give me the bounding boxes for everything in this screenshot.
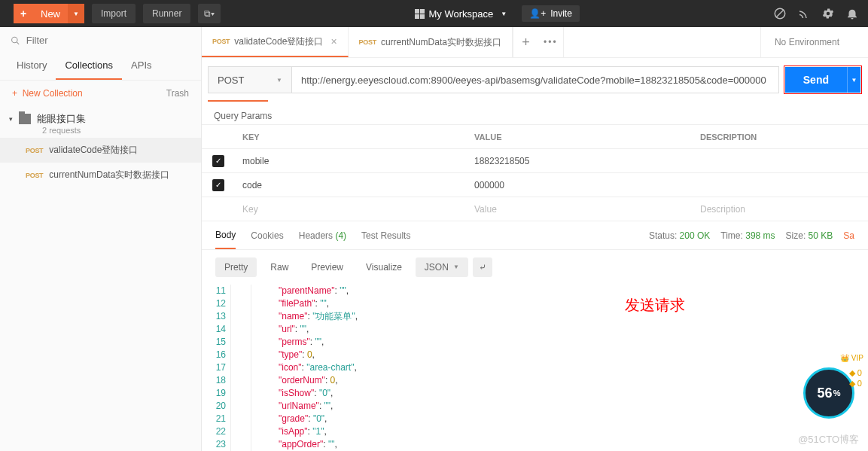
col-value: VALUE (467, 133, 693, 142)
resp-tab-body[interactable]: Body (215, 222, 236, 249)
url-input[interactable]: http://energy.eeyescloud.com:8900/eeyes-… (292, 66, 779, 93)
table-header: KEY VALUE DESCRIPTION (202, 125, 868, 149)
view-raw[interactable]: Raw (261, 257, 297, 277)
folder-icon (19, 114, 31, 124)
resp-tab-headers[interactable]: Headers (4) (299, 230, 346, 241)
wrap-icon[interactable]: ⤶ (473, 257, 492, 277)
workspace-dropdown[interactable]: My Workspace ▼ (415, 8, 507, 20)
cell-key[interactable]: code (235, 180, 467, 190)
new-button-label: New (33, 8, 68, 20)
cell-value-ph[interactable]: Value (467, 204, 693, 215)
send-caret[interactable]: ▼ (847, 67, 860, 93)
cell-key[interactable]: mobile (235, 156, 467, 166)
send-highlight: Send ▼ (784, 66, 862, 94)
request-tab[interactable]: POST validateCode登陆接口 × (202, 27, 349, 57)
satellite-icon[interactable] (797, 7, 811, 20)
request-tab[interactable]: POST currentNumData实时数据接口 (349, 27, 513, 57)
response-body[interactable]: 11121314151617181920212223 "parentName":… (202, 285, 868, 451)
cell-desc-ph[interactable]: Description (693, 204, 868, 215)
params-table: KEY VALUE DESCRIPTION ✓ mobile 188232185… (202, 124, 868, 221)
collection-count: 2 requests (42, 126, 189, 135)
svg-point-2 (12, 37, 17, 42)
col-desc: DESCRIPTION (693, 133, 868, 142)
view-pretty[interactable]: Pretty (215, 257, 257, 277)
checkbox-checked-icon[interactable]: ✓ (212, 155, 224, 167)
new-collection-button[interactable]: + New Collection (12, 88, 83, 99)
request-item[interactable]: POST currentNumData实时数据接口 (0, 163, 201, 187)
tab-label: validateCode登陆接口 (234, 35, 323, 48)
query-params-title: Query Params (202, 108, 868, 124)
filter-input[interactable] (26, 35, 190, 46)
topbar-right (773, 7, 868, 20)
cell-value[interactable]: 18823218505 (467, 156, 693, 166)
cell-value[interactable]: 000000 (467, 180, 693, 190)
content-area: POST validateCode登陆接口 × POST currentNumD… (202, 27, 868, 451)
person-plus-icon: 👤+ (529, 8, 546, 19)
sync-off-icon[interactable] (773, 7, 787, 20)
vip-badge: 👑 VIP (840, 354, 863, 362)
response-view-bar: Pretty Raw Preview Visualize JSON▼ ⤶ (202, 250, 868, 285)
status: Status: 200 OK (649, 230, 710, 241)
json-source: "parentName": "", "filePath": "", "name"… (279, 285, 358, 451)
workspace-label: My Workspace (429, 8, 494, 20)
svg-line-1 (776, 10, 784, 18)
chevron-down-icon[interactable]: ▼ (68, 4, 84, 23)
tab-apis[interactable]: APIs (122, 52, 160, 80)
collection-item[interactable]: ▾ 能眼接口集 2 requests (0, 106, 201, 138)
settings-icon[interactable] (821, 7, 835, 20)
method-badge: POST (26, 147, 43, 154)
request-name: validateCode登陆接口 (49, 144, 138, 157)
environment-select[interactable]: No Environment (760, 27, 868, 57)
plus-icon: + (14, 4, 33, 23)
new-window-button[interactable]: ⧉▾ (198, 4, 221, 23)
cell-key-ph[interactable]: Key (235, 204, 467, 215)
response-meta: Status: 200 OK Time: 398 ms Size: 50 KB … (649, 230, 854, 241)
progress-badge[interactable]: 56% (803, 367, 854, 419)
trash-link[interactable]: Trash (166, 88, 189, 99)
bell-icon[interactable] (845, 7, 859, 20)
table-row[interactable]: ✓ mobile 18823218505 (202, 149, 868, 173)
sidebar-actions: + New Collection Trash (0, 81, 201, 106)
topbar-center: My Workspace ▼ 👤+ Invite (415, 5, 580, 22)
grid-icon (415, 9, 425, 19)
sidebar: History Collections APIs + New Collectio… (0, 27, 202, 451)
close-icon[interactable]: × (330, 35, 337, 47)
format-select[interactable]: JSON▼ (416, 257, 468, 277)
new-button[interactable]: + New ▼ (14, 4, 84, 23)
size: Size: 50 KB (786, 230, 833, 241)
invite-button[interactable]: 👤+ Invite (522, 5, 580, 22)
runner-button[interactable]: Runner (143, 4, 190, 23)
checkbox-checked-icon[interactable]: ✓ (212, 179, 224, 191)
method-label: POST (218, 75, 244, 86)
tab-history[interactable]: History (8, 52, 56, 80)
method-select[interactable]: POST ▼ (208, 66, 292, 93)
request-item[interactable]: POST validateCode登陆接口 (0, 138, 201, 163)
tab-overflow-button[interactable]: ••• (538, 27, 564, 57)
url-bar: POST ▼ http://energy.eeyescloud.com:8900… (202, 58, 868, 102)
view-visualize[interactable]: Visualize (357, 257, 411, 277)
resp-tab-cookies[interactable]: Cookies (251, 230, 283, 241)
topbar-left: + New ▼ Import Runner ⧉▾ (0, 4, 221, 23)
save-response-button[interactable]: Sa (843, 230, 854, 241)
chevron-down-icon: ▼ (501, 11, 507, 17)
new-tab-button[interactable]: + (513, 27, 538, 57)
chevron-down-icon: ▼ (276, 77, 282, 84)
app-topbar: + New ▼ Import Runner ⧉▾ My Workspace ▼ … (0, 0, 868, 27)
response-tabs: Body Cookies Headers (4) Test Results St… (202, 221, 868, 250)
request-name: currentNumData实时数据接口 (49, 169, 169, 181)
import-button[interactable]: Import (92, 4, 136, 23)
table-row[interactable]: ✓ code 000000 (202, 173, 868, 197)
chevron-down-icon[interactable]: ▾ (9, 115, 13, 123)
watermark: @51CTO博客 (798, 433, 859, 446)
view-preview[interactable]: Preview (302, 257, 352, 277)
request-tabs: POST validateCode登陆接口 × POST currentNumD… (202, 27, 868, 58)
search-icon (11, 35, 20, 46)
method-badge: POST (212, 38, 230, 45)
invite-label: Invite (550, 8, 572, 19)
main-area: History Collections APIs + New Collectio… (0, 27, 868, 451)
table-row-empty[interactable]: Key Value Description (202, 197, 868, 221)
resp-tab-test[interactable]: Test Results (361, 230, 410, 241)
send-button[interactable]: Send (785, 67, 847, 93)
tab-label: currentNumData实时数据接口 (381, 36, 501, 49)
tab-collections[interactable]: Collections (56, 52, 122, 80)
